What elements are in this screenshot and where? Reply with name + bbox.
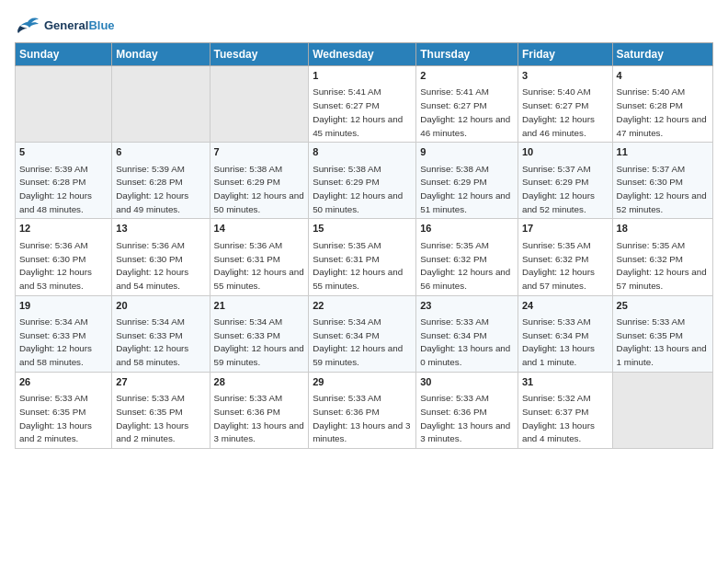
day-info: Sunrise: 5:38 AMSunset: 6:29 PMDaylight:… — [214, 164, 304, 214]
day-info: Sunrise: 5:35 AMSunset: 6:32 PMDaylight:… — [522, 240, 595, 291]
day-info: Sunrise: 5:38 AMSunset: 6:29 PMDaylight:… — [313, 164, 403, 214]
day-number: 21 — [214, 299, 305, 313]
day-number: 8 — [313, 145, 412, 159]
day-number: 14 — [214, 222, 305, 236]
day-number: 7 — [214, 145, 305, 159]
day-number: 9 — [420, 145, 514, 159]
header: GeneralBlue — [15, 15, 713, 37]
calendar-cell: 16Sunrise: 5:35 AMSunset: 6:32 PMDayligh… — [416, 219, 518, 295]
calendar-cell: 20Sunrise: 5:34 AMSunset: 6:33 PMDayligh… — [112, 295, 210, 372]
calendar-cell: 17Sunrise: 5:35 AMSunset: 6:32 PMDayligh… — [518, 219, 612, 295]
day-number: 2 — [420, 69, 514, 83]
day-number: 5 — [19, 145, 108, 159]
calendar-header: SundayMondayTuesdayWednesdayThursdayFrid… — [16, 43, 713, 66]
day-number: 12 — [19, 222, 108, 236]
day-info: Sunrise: 5:34 AMSunset: 6:33 PMDaylight:… — [214, 316, 304, 367]
calendar-cell: 30Sunrise: 5:33 AMSunset: 6:36 PMDayligh… — [416, 372, 518, 448]
calendar-cell: 22Sunrise: 5:34 AMSunset: 6:34 PMDayligh… — [309, 295, 416, 372]
day-info: Sunrise: 5:40 AMSunset: 6:28 PMDaylight:… — [617, 86, 707, 137]
day-number: 30 — [420, 375, 514, 389]
day-info: Sunrise: 5:37 AMSunset: 6:30 PMDaylight:… — [617, 164, 707, 214]
day-number: 4 — [617, 69, 709, 83]
day-info: Sunrise: 5:33 AMSunset: 6:34 PMDaylight:… — [522, 316, 595, 367]
day-info: Sunrise: 5:36 AMSunset: 6:30 PMDaylight:… — [19, 240, 92, 291]
day-info: Sunrise: 5:33 AMSunset: 6:35 PMDaylight:… — [116, 393, 188, 443]
calendar-cell: 14Sunrise: 5:36 AMSunset: 6:31 PMDayligh… — [210, 219, 309, 295]
day-number: 3 — [522, 69, 609, 83]
calendar-cell: 1Sunrise: 5:41 AMSunset: 6:27 PMDaylight… — [309, 66, 416, 143]
calendar-cell: 27Sunrise: 5:33 AMSunset: 6:35 PMDayligh… — [112, 372, 210, 448]
day-number: 29 — [313, 375, 412, 389]
calendar-table: SundayMondayTuesdayWednesdayThursdayFrid… — [15, 42, 713, 449]
calendar-cell: 21Sunrise: 5:34 AMSunset: 6:33 PMDayligh… — [210, 295, 309, 372]
calendar-cell: 28Sunrise: 5:33 AMSunset: 6:36 PMDayligh… — [210, 372, 309, 448]
calendar-cell: 8Sunrise: 5:38 AMSunset: 6:29 PMDaylight… — [309, 143, 416, 219]
day-info: Sunrise: 5:33 AMSunset: 6:34 PMDaylight:… — [420, 316, 510, 367]
day-info: Sunrise: 5:41 AMSunset: 6:27 PMDaylight:… — [420, 86, 510, 137]
calendar-cell: 18Sunrise: 5:35 AMSunset: 6:32 PMDayligh… — [612, 219, 712, 295]
day-number: 15 — [313, 222, 412, 236]
day-number: 23 — [420, 299, 514, 313]
logo: GeneralBlue — [15, 15, 115, 37]
day-header-monday: Monday — [112, 43, 210, 66]
day-header-tuesday: Tuesday — [210, 43, 309, 66]
calendar-cell: 5Sunrise: 5:39 AMSunset: 6:28 PMDaylight… — [16, 143, 112, 219]
day-info: Sunrise: 5:39 AMSunset: 6:28 PMDaylight:… — [19, 164, 92, 214]
calendar-cell — [210, 66, 309, 143]
calendar-cell — [112, 66, 210, 143]
day-info: Sunrise: 5:35 AMSunset: 6:31 PMDaylight:… — [313, 240, 403, 291]
calendar-cell: 6Sunrise: 5:39 AMSunset: 6:28 PMDaylight… — [112, 143, 210, 219]
day-number: 18 — [617, 222, 709, 236]
day-number: 24 — [522, 299, 609, 313]
calendar-cell — [612, 372, 712, 448]
calendar-cell: 9Sunrise: 5:38 AMSunset: 6:29 PMDaylight… — [416, 143, 518, 219]
calendar-cell: 24Sunrise: 5:33 AMSunset: 6:34 PMDayligh… — [518, 295, 612, 372]
day-number: 1 — [313, 69, 412, 83]
day-number: 13 — [116, 222, 205, 236]
calendar-cell: 4Sunrise: 5:40 AMSunset: 6:28 PMDaylight… — [612, 66, 712, 143]
day-number: 22 — [313, 299, 412, 313]
calendar-cell: 12Sunrise: 5:36 AMSunset: 6:30 PMDayligh… — [16, 219, 112, 295]
calendar-cell: 23Sunrise: 5:33 AMSunset: 6:34 PMDayligh… — [416, 295, 518, 372]
week-row-0: 1Sunrise: 5:41 AMSunset: 6:27 PMDaylight… — [16, 66, 713, 143]
week-row-3: 19Sunrise: 5:34 AMSunset: 6:33 PMDayligh… — [16, 295, 713, 372]
day-info: Sunrise: 5:33 AMSunset: 6:36 PMDaylight:… — [214, 393, 304, 443]
day-header-wednesday: Wednesday — [309, 43, 416, 66]
day-info: Sunrise: 5:33 AMSunset: 6:35 PMDaylight:… — [19, 393, 92, 443]
day-header-thursday: Thursday — [416, 43, 518, 66]
page: GeneralBlue SundayMondayTuesdayWednesday… — [0, 0, 728, 458]
calendar-cell: 7Sunrise: 5:38 AMSunset: 6:29 PMDaylight… — [210, 143, 309, 219]
calendar-cell: 31Sunrise: 5:32 AMSunset: 6:37 PMDayligh… — [518, 372, 612, 448]
day-info: Sunrise: 5:34 AMSunset: 6:34 PMDaylight:… — [313, 316, 403, 367]
day-number: 28 — [214, 375, 305, 389]
logo-icon — [15, 15, 40, 37]
day-info: Sunrise: 5:40 AMSunset: 6:27 PMDaylight:… — [522, 86, 595, 137]
day-number: 20 — [116, 299, 205, 313]
day-info: Sunrise: 5:41 AMSunset: 6:27 PMDaylight:… — [313, 86, 403, 137]
logo-text: GeneralBlue — [44, 18, 115, 33]
week-row-4: 26Sunrise: 5:33 AMSunset: 6:35 PMDayligh… — [16, 372, 713, 448]
day-info: Sunrise: 5:35 AMSunset: 6:32 PMDaylight:… — [420, 240, 510, 291]
day-info: Sunrise: 5:39 AMSunset: 6:28 PMDaylight:… — [116, 164, 188, 214]
calendar-body: 1Sunrise: 5:41 AMSunset: 6:27 PMDaylight… — [16, 66, 713, 449]
day-header-saturday: Saturday — [612, 43, 712, 66]
day-info: Sunrise: 5:36 AMSunset: 6:31 PMDaylight:… — [214, 240, 304, 291]
calendar-cell: 11Sunrise: 5:37 AMSunset: 6:30 PMDayligh… — [612, 143, 712, 219]
calendar-cell: 29Sunrise: 5:33 AMSunset: 6:36 PMDayligh… — [309, 372, 416, 448]
day-info: Sunrise: 5:33 AMSunset: 6:36 PMDaylight:… — [420, 393, 510, 443]
calendar-cell — [16, 66, 112, 143]
day-info: Sunrise: 5:34 AMSunset: 6:33 PMDaylight:… — [116, 316, 188, 367]
day-number: 10 — [522, 145, 609, 159]
day-info: Sunrise: 5:33 AMSunset: 6:36 PMDaylight:… — [313, 393, 410, 443]
day-header-sunday: Sunday — [16, 43, 112, 66]
calendar-cell: 25Sunrise: 5:33 AMSunset: 6:35 PMDayligh… — [612, 295, 712, 372]
day-info: Sunrise: 5:33 AMSunset: 6:35 PMDaylight:… — [617, 316, 707, 367]
day-number: 27 — [116, 375, 205, 389]
calendar-cell: 10Sunrise: 5:37 AMSunset: 6:29 PMDayligh… — [518, 143, 612, 219]
calendar-cell: 13Sunrise: 5:36 AMSunset: 6:30 PMDayligh… — [112, 219, 210, 295]
day-number: 6 — [116, 145, 205, 159]
day-number: 19 — [19, 299, 108, 313]
week-row-2: 12Sunrise: 5:36 AMSunset: 6:30 PMDayligh… — [16, 219, 713, 295]
calendar-cell: 2Sunrise: 5:41 AMSunset: 6:27 PMDaylight… — [416, 66, 518, 143]
day-number: 11 — [617, 145, 709, 159]
